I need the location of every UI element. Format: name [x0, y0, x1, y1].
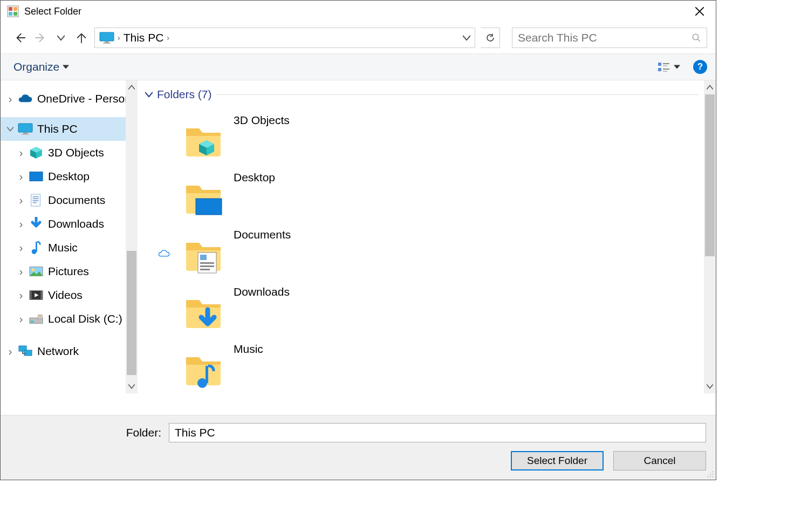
- tree-item-downloads[interactable]: › Downloads: [1, 212, 138, 236]
- scroll-thumb[interactable]: [127, 251, 136, 375]
- folder-label: Downloads: [234, 285, 290, 298]
- tree-item-desktop[interactable]: › Desktop: [1, 165, 138, 188]
- breadcrumb-chevron-icon[interactable]: ›: [118, 33, 120, 42]
- folder-3d-objects-icon: [183, 119, 224, 160]
- search-input[interactable]: [518, 31, 692, 44]
- svg-rect-16: [23, 133, 28, 134]
- tree-item-local-disk[interactable]: › Local Disk (C:): [1, 307, 138, 331]
- tree-item-network[interactable]: › Network: [1, 339, 138, 363]
- address-dropdown-button[interactable]: [458, 28, 475, 47]
- svg-rect-17: [22, 134, 29, 135]
- svg-rect-20: [33, 196, 39, 197]
- caret-down-icon: [63, 64, 69, 70]
- breadcrumb-this-pc[interactable]: This PC: [124, 31, 164, 44]
- up-button[interactable]: [74, 30, 89, 45]
- svg-point-49: [710, 476, 711, 478]
- svg-rect-10: [658, 68, 661, 71]
- scroll-down-icon[interactable]: [126, 379, 138, 393]
- content-scrollbar[interactable]: [704, 80, 716, 393]
- scroll-thumb[interactable]: [705, 94, 715, 256]
- tree-item-this-pc[interactable]: This PC: [1, 117, 138, 141]
- resize-grip-icon[interactable]: [707, 470, 714, 478]
- svg-rect-11: [663, 63, 669, 64]
- tree-item-onedrive[interactable]: › OneDrive - Person: [1, 87, 138, 111]
- folder-label: Music: [234, 343, 263, 356]
- this-pc-icon: [99, 32, 114, 44]
- cloud-status-icon: [158, 249, 170, 258]
- view-options-button[interactable]: [658, 62, 680, 72]
- folder-downloads-icon: [183, 290, 224, 331]
- svg-rect-40: [200, 262, 214, 264]
- chevron-right-icon[interactable]: ›: [5, 345, 16, 358]
- chevron-right-icon[interactable]: ›: [16, 241, 26, 254]
- refresh-button[interactable]: [481, 28, 500, 48]
- folder-name-input[interactable]: [169, 423, 706, 442]
- section-header-divider: [216, 94, 699, 95]
- tree-scrollbar[interactable]: [126, 80, 138, 393]
- chevron-right-icon[interactable]: ›: [16, 289, 26, 302]
- tree-label: Videos: [48, 289, 83, 302]
- chevron-right-icon[interactable]: ›: [16, 170, 26, 183]
- forward-button[interactable]: [33, 30, 48, 45]
- chevron-down-icon[interactable]: [5, 126, 16, 132]
- address-bar[interactable]: › This PC ›: [94, 28, 475, 48]
- recent-locations-button[interactable]: [53, 30, 69, 45]
- desktop-icon: [29, 169, 44, 184]
- music-icon: [29, 240, 44, 255]
- disk-icon: [29, 311, 44, 326]
- scroll-up-icon[interactable]: [126, 80, 138, 94]
- folder-item-music[interactable]: Music: [145, 339, 716, 393]
- folder-item-downloads[interactable]: Downloads: [145, 282, 716, 339]
- tree-item-pictures[interactable]: › Pictures: [1, 260, 138, 283]
- chevron-right-icon[interactable]: ›: [16, 146, 26, 159]
- folder-item-desktop[interactable]: Desktop: [145, 168, 716, 225]
- organize-button[interactable]: Organize: [13, 60, 69, 73]
- svg-rect-34: [39, 316, 42, 317]
- breadcrumb-chevron-icon[interactable]: ›: [167, 33, 169, 42]
- tree-item-documents[interactable]: › Documents: [1, 188, 138, 212]
- svg-rect-37: [196, 199, 222, 215]
- svg-rect-32: [31, 321, 34, 323]
- folder-desktop-icon: [183, 176, 224, 217]
- chevron-right-icon[interactable]: ›: [16, 312, 26, 325]
- downloads-icon: [29, 216, 44, 231]
- back-button[interactable]: [12, 30, 28, 45]
- title-bar: Select Folder: [1, 1, 716, 22]
- svg-rect-21: [33, 198, 39, 199]
- close-button[interactable]: [689, 3, 710, 19]
- help-button[interactable]: ?: [693, 60, 707, 74]
- svg-point-45: [713, 471, 714, 472]
- svg-point-48: [707, 476, 708, 478]
- chevron-down-icon: [145, 91, 153, 98]
- chevron-right-icon[interactable]: ›: [16, 194, 26, 207]
- scroll-up-icon[interactable]: [704, 80, 716, 94]
- svg-point-8: [693, 34, 699, 40]
- footer: Folder: Select Folder Cancel: [1, 415, 716, 480]
- folder-item-3d-objects[interactable]: 3D Objects: [145, 111, 716, 168]
- chevron-right-icon[interactable]: ›: [16, 265, 26, 278]
- svg-point-46: [710, 474, 711, 475]
- tree-label: Pictures: [48, 265, 89, 278]
- svg-rect-41: [200, 265, 214, 267]
- tree-item-videos[interactable]: › Videos: [1, 283, 138, 307]
- svg-rect-15: [18, 124, 32, 132]
- tree-item-3d-objects[interactable]: › 3D Objects: [1, 141, 138, 165]
- caret-down-icon: [674, 64, 680, 70]
- tree-label: Documents: [48, 194, 105, 207]
- folder-label: Documents: [234, 228, 291, 241]
- cancel-button[interactable]: Cancel: [613, 451, 706, 470]
- section-header-folders[interactable]: Folders (7): [145, 88, 716, 101]
- folder-field-label: Folder:: [10, 426, 161, 439]
- onedrive-icon: [18, 91, 33, 106]
- folder-item-documents[interactable]: Documents: [145, 225, 716, 282]
- chevron-right-icon[interactable]: ›: [5, 92, 16, 105]
- chevron-right-icon[interactable]: ›: [16, 217, 26, 230]
- search-box[interactable]: [512, 28, 707, 48]
- scroll-down-icon[interactable]: [704, 379, 716, 393]
- select-folder-button[interactable]: Select Folder: [511, 451, 604, 470]
- folder-label: Desktop: [234, 171, 275, 184]
- view-icon: [658, 62, 670, 72]
- svg-rect-1: [9, 7, 12, 11]
- tree-item-music[interactable]: › Music: [1, 236, 138, 260]
- svg-rect-29: [30, 291, 32, 300]
